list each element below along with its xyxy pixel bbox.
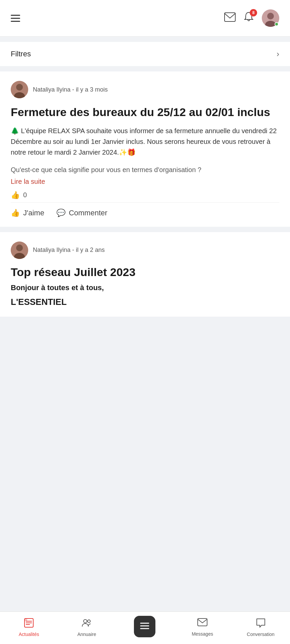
svg-point-15: [84, 620, 87, 623]
actualites-icon: [24, 618, 34, 630]
nav-item-actualites[interactable]: Actualités: [15, 618, 42, 637]
nav-label-conversation: Conversation: [247, 632, 275, 637]
user-avatar-wrapper[interactable]: [262, 9, 279, 27]
post-body-1: 🌲 L'équipe RELAX SPA souhaite vous infor…: [11, 125, 279, 158]
svg-point-16: [88, 620, 90, 623]
post-actions-1: 👍 J'aime 💬 Commenter: [11, 202, 279, 217]
svg-point-8: [16, 245, 23, 251]
comment-button-1[interactable]: 💬 Commenter: [56, 209, 107, 217]
post-title-1: Fermeture des bureaux du 25/12 au 02/01 …: [11, 105, 279, 119]
notification-wrapper[interactable]: 8: [244, 12, 254, 25]
nav-item-center[interactable]: [131, 616, 158, 639]
chevron-right-icon: ›: [277, 49, 279, 59]
like-count-1: 👍 0: [11, 191, 279, 200]
menu-icon[interactable]: [11, 15, 20, 22]
nav-label-annuaire: Annuaire: [77, 632, 96, 637]
nav-item-annuaire[interactable]: Annuaire: [73, 618, 100, 637]
post-author-name-2: Nataliya Ilyina - il y a 2 ans: [33, 247, 105, 254]
conversation-icon: [256, 618, 266, 630]
messages-icon: [197, 618, 207, 630]
menu-center-icon: [140, 621, 149, 632]
post-card-2: Nataliya Ilyina - il y a 2 ans Top résea…: [0, 232, 290, 317]
notification-badge: 8: [250, 9, 257, 16]
comment-icon: 💬: [56, 209, 65, 217]
svg-rect-20: [198, 619, 207, 626]
nav-item-conversation[interactable]: Conversation: [247, 618, 275, 637]
thumb-up-icon: 👍: [11, 191, 20, 200]
read-more-link-1[interactable]: Lire la suite: [11, 178, 45, 185]
post-author-avatar-2: [11, 241, 28, 259]
svg-point-5: [16, 84, 23, 91]
filters-bar[interactable]: Filtres ›: [0, 42, 290, 66]
post-subtitle-2: Bonjour à toutes et à tous,: [11, 283, 279, 292]
header-right: 8: [224, 9, 279, 27]
post-meta-1: Nataliya Ilyina - il y a 3 mois: [11, 81, 279, 98]
post-card-1: Nataliya Ilyina - il y a 3 mois Fermetur…: [0, 71, 290, 227]
svg-point-2: [267, 13, 274, 19]
nav-label-messages: Messages: [192, 631, 213, 637]
filters-label: Filtres: [11, 50, 31, 58]
header-left: [11, 15, 20, 22]
header: 8: [0, 0, 290, 37]
post-section-title-2: L'ESSENTIEL: [11, 297, 279, 307]
center-button[interactable]: [134, 616, 155, 637]
mail-icon[interactable]: [224, 12, 236, 24]
post-title-2: Top réseau Juillet 2023: [11, 266, 279, 279]
like-button-1[interactable]: 👍 J'aime: [11, 209, 44, 217]
nav-label-actualites: Actualités: [19, 632, 39, 637]
post-author-name-1: Nataliya Ilyina - il y a 3 mois: [33, 86, 108, 93]
annuaire-icon: [82, 618, 92, 630]
post-author-avatar-1: [11, 81, 28, 98]
like-icon: 👍: [11, 209, 20, 217]
nav-item-messages[interactable]: Messages: [189, 618, 216, 637]
svg-rect-14: [25, 619, 27, 621]
online-indicator: [275, 22, 279, 26]
svg-rect-0: [225, 13, 235, 21]
post-meta-2: Nataliya Ilyina - il y a 2 ans: [11, 241, 279, 259]
post-excerpt-1: Qu'est-ce que cela signifie pour vous en…: [11, 164, 279, 175]
bottom-navigation: Actualités Annuaire: [0, 611, 290, 644]
